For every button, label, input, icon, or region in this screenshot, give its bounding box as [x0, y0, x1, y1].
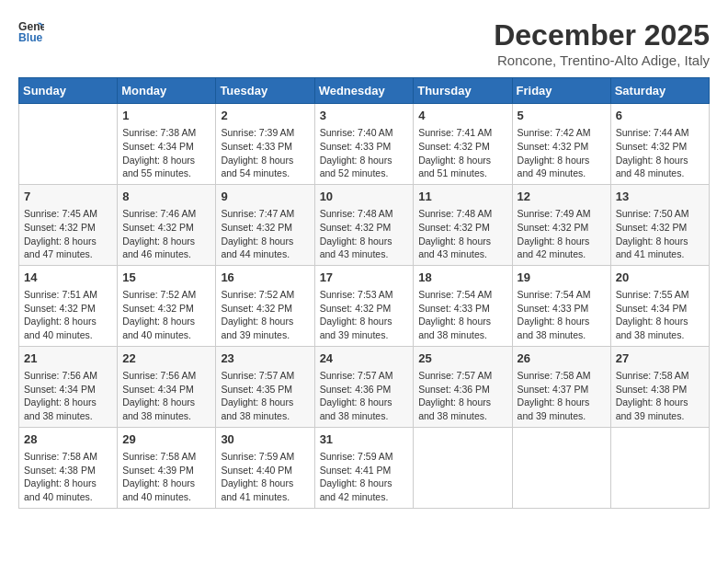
day-number: 18	[418, 270, 506, 286]
day-number: 6	[616, 108, 704, 124]
day-info: Sunrise: 7:56 AM Sunset: 4:34 PM Dayligh…	[122, 369, 210, 423]
day-number: 9	[221, 189, 309, 205]
calendar-cell: 12Sunrise: 7:49 AM Sunset: 4:32 PM Dayli…	[512, 184, 610, 265]
calendar-cell: 6Sunrise: 7:44 AM Sunset: 4:32 PM Daylig…	[610, 104, 709, 185]
location-subtitle: Roncone, Trentino-Alto Adige, Italy	[494, 52, 710, 68]
day-number: 30	[221, 431, 309, 448]
calendar-week-row: 28Sunrise: 7:58 AM Sunset: 4:38 PM Dayli…	[19, 427, 710, 508]
calendar-cell: 18Sunrise: 7:54 AM Sunset: 4:33 PM Dayli…	[414, 265, 512, 346]
day-number: 15	[122, 270, 210, 286]
calendar-cell: 13Sunrise: 7:50 AM Sunset: 4:32 PM Dayli…	[610, 184, 709, 265]
day-info: Sunrise: 7:44 AM Sunset: 4:32 PM Dayligh…	[616, 126, 704, 180]
day-info: Sunrise: 7:54 AM Sunset: 4:33 PM Dayligh…	[418, 288, 506, 342]
day-info: Sunrise: 7:39 AM Sunset: 4:33 PM Dayligh…	[221, 126, 309, 180]
calendar-cell: 8Sunrise: 7:46 AM Sunset: 4:32 PM Daylig…	[118, 184, 216, 265]
day-number: 22	[122, 350, 210, 367]
calendar-cell	[19, 104, 118, 185]
logo: General Blue	[18, 18, 44, 44]
calendar-week-row: 14Sunrise: 7:51 AM Sunset: 4:32 PM Dayli…	[19, 265, 710, 346]
day-info: Sunrise: 7:48 AM Sunset: 4:32 PM Dayligh…	[418, 207, 506, 261]
day-info: Sunrise: 7:48 AM Sunset: 4:32 PM Dayligh…	[320, 207, 409, 261]
day-number: 13	[616, 189, 704, 205]
calendar-week-row: 1Sunrise: 7:38 AM Sunset: 4:34 PM Daylig…	[19, 104, 710, 185]
day-info: Sunrise: 7:53 AM Sunset: 4:32 PM Dayligh…	[320, 288, 409, 342]
calendar-cell: 14Sunrise: 7:51 AM Sunset: 4:32 PM Dayli…	[19, 265, 118, 346]
svg-text:Blue: Blue	[18, 31, 43, 44]
calendar-cell: 25Sunrise: 7:57 AM Sunset: 4:36 PM Dayli…	[414, 346, 512, 427]
day-info: Sunrise: 7:59 AM Sunset: 4:40 PM Dayligh…	[221, 450, 309, 504]
calendar-cell: 22Sunrise: 7:56 AM Sunset: 4:34 PM Dayli…	[118, 346, 216, 427]
day-number: 11	[418, 189, 506, 205]
calendar-cell: 23Sunrise: 7:57 AM Sunset: 4:35 PM Dayli…	[216, 346, 314, 427]
day-info: Sunrise: 7:58 AM Sunset: 4:39 PM Dayligh…	[122, 450, 210, 504]
calendar-cell: 30Sunrise: 7:59 AM Sunset: 4:40 PM Dayli…	[216, 427, 314, 508]
day-info: Sunrise: 7:58 AM Sunset: 4:37 PM Dayligh…	[518, 369, 606, 423]
day-info: Sunrise: 7:52 AM Sunset: 4:32 PM Dayligh…	[122, 288, 210, 342]
calendar-cell: 1Sunrise: 7:38 AM Sunset: 4:34 PM Daylig…	[118, 104, 216, 185]
weekday-label: Monday	[118, 78, 216, 104]
day-number: 23	[221, 350, 309, 367]
day-number: 25	[418, 350, 506, 367]
day-number: 5	[518, 108, 606, 124]
day-info: Sunrise: 7:59 AM Sunset: 4:41 PM Dayligh…	[320, 450, 409, 504]
day-number: 7	[24, 189, 112, 205]
calendar-week-row: 7Sunrise: 7:45 AM Sunset: 4:32 PM Daylig…	[19, 184, 710, 265]
calendar-cell: 24Sunrise: 7:57 AM Sunset: 4:36 PM Dayli…	[314, 346, 414, 427]
calendar-cell: 19Sunrise: 7:54 AM Sunset: 4:33 PM Dayli…	[512, 265, 610, 346]
weekday-header-row: SundayMondayTuesdayWednesdayThursdayFrid…	[19, 78, 710, 104]
day-number: 27	[616, 350, 704, 367]
calendar-cell: 15Sunrise: 7:52 AM Sunset: 4:32 PM Dayli…	[118, 265, 216, 346]
day-number: 3	[320, 108, 409, 124]
day-info: Sunrise: 7:57 AM Sunset: 4:36 PM Dayligh…	[418, 369, 506, 423]
calendar-cell: 29Sunrise: 7:58 AM Sunset: 4:39 PM Dayli…	[118, 427, 216, 508]
day-info: Sunrise: 7:40 AM Sunset: 4:33 PM Dayligh…	[320, 126, 409, 180]
day-info: Sunrise: 7:50 AM Sunset: 4:32 PM Dayligh…	[616, 207, 704, 261]
calendar-week-row: 21Sunrise: 7:56 AM Sunset: 4:34 PM Dayli…	[19, 346, 710, 427]
day-info: Sunrise: 7:49 AM Sunset: 4:32 PM Dayligh…	[518, 207, 606, 261]
day-number: 12	[518, 189, 606, 205]
day-info: Sunrise: 7:46 AM Sunset: 4:32 PM Dayligh…	[122, 207, 210, 261]
day-number: 8	[122, 189, 210, 205]
calendar-cell: 11Sunrise: 7:48 AM Sunset: 4:32 PM Dayli…	[414, 184, 512, 265]
day-number: 10	[320, 189, 409, 205]
day-number: 28	[24, 431, 112, 448]
calendar-cell: 16Sunrise: 7:52 AM Sunset: 4:32 PM Dayli…	[216, 265, 314, 346]
weekday-label: Sunday	[19, 78, 118, 104]
day-number: 21	[24, 350, 112, 367]
day-info: Sunrise: 7:57 AM Sunset: 4:35 PM Dayligh…	[221, 369, 309, 423]
calendar-cell: 31Sunrise: 7:59 AM Sunset: 4:41 PM Dayli…	[314, 427, 414, 508]
day-number: 29	[122, 431, 210, 448]
day-info: Sunrise: 7:58 AM Sunset: 4:38 PM Dayligh…	[616, 369, 704, 423]
calendar-body: 1Sunrise: 7:38 AM Sunset: 4:34 PM Daylig…	[19, 104, 710, 509]
calendar-cell	[512, 427, 610, 508]
calendar-cell	[610, 427, 709, 508]
day-info: Sunrise: 7:47 AM Sunset: 4:32 PM Dayligh…	[221, 207, 309, 261]
calendar-cell: 9Sunrise: 7:47 AM Sunset: 4:32 PM Daylig…	[216, 184, 314, 265]
logo-icon: General Blue	[18, 18, 44, 44]
calendar-cell	[414, 427, 512, 508]
calendar-cell: 3Sunrise: 7:40 AM Sunset: 4:33 PM Daylig…	[314, 104, 414, 185]
calendar-cell: 27Sunrise: 7:58 AM Sunset: 4:38 PM Dayli…	[610, 346, 709, 427]
day-info: Sunrise: 7:51 AM Sunset: 4:32 PM Dayligh…	[24, 288, 112, 342]
day-info: Sunrise: 7:42 AM Sunset: 4:32 PM Dayligh…	[518, 126, 606, 180]
calendar-cell: 21Sunrise: 7:56 AM Sunset: 4:34 PM Dayli…	[19, 346, 118, 427]
weekday-label: Tuesday	[216, 78, 314, 104]
day-number: 24	[320, 350, 409, 367]
weekday-label: Saturday	[610, 78, 709, 104]
day-number: 16	[221, 270, 309, 286]
day-number: 1	[122, 108, 210, 124]
title-block: December 2025 Roncone, Trentino-Alto Adi…	[494, 18, 710, 68]
day-info: Sunrise: 7:52 AM Sunset: 4:32 PM Dayligh…	[221, 288, 309, 342]
weekday-label: Wednesday	[314, 78, 414, 104]
day-info: Sunrise: 7:58 AM Sunset: 4:38 PM Dayligh…	[24, 450, 112, 504]
day-number: 26	[518, 350, 606, 367]
day-info: Sunrise: 7:57 AM Sunset: 4:36 PM Dayligh…	[320, 369, 409, 423]
calendar-table: SundayMondayTuesdayWednesdayThursdayFrid…	[18, 77, 710, 509]
calendar-cell: 5Sunrise: 7:42 AM Sunset: 4:32 PM Daylig…	[512, 104, 610, 185]
calendar-cell: 4Sunrise: 7:41 AM Sunset: 4:32 PM Daylig…	[414, 104, 512, 185]
day-info: Sunrise: 7:54 AM Sunset: 4:33 PM Dayligh…	[518, 288, 606, 342]
calendar-cell: 26Sunrise: 7:58 AM Sunset: 4:37 PM Dayli…	[512, 346, 610, 427]
day-number: 17	[320, 270, 409, 286]
day-info: Sunrise: 7:38 AM Sunset: 4:34 PM Dayligh…	[122, 126, 210, 180]
calendar-cell: 2Sunrise: 7:39 AM Sunset: 4:33 PM Daylig…	[216, 104, 314, 185]
